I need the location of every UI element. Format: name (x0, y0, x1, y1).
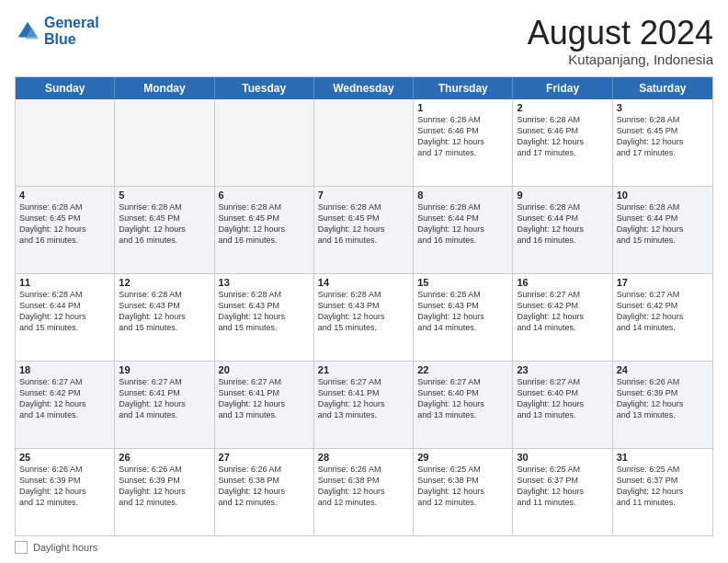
weekday-header: Saturday (613, 77, 712, 99)
calendar-cell: 30Sunrise: 6:25 AM Sunset: 6:37 PM Dayli… (513, 449, 612, 535)
calendar-cell (16, 99, 115, 186)
header: General Blue August 2024 Kutapanjang, In… (15, 15, 713, 67)
page: General Blue August 2024 Kutapanjang, In… (0, 0, 728, 563)
calendar-cell: 29Sunrise: 6:25 AM Sunset: 6:38 PM Dayli… (414, 449, 513, 535)
calendar-cell: 17Sunrise: 6:27 AM Sunset: 6:42 PM Dayli… (613, 274, 712, 361)
calendar: SundayMondayTuesdayWednesdayThursdayFrid… (15, 76, 713, 536)
day-number: 5 (119, 190, 210, 201)
day-info: Sunrise: 6:28 AM Sunset: 6:45 PM Dayligh… (119, 201, 210, 247)
calendar-cell: 21Sunrise: 6:27 AM Sunset: 6:41 PM Dayli… (314, 362, 414, 448)
day-info: Sunrise: 6:27 AM Sunset: 6:42 PM Dayligh… (517, 289, 608, 334)
logo-text: General Blue (44, 15, 99, 47)
day-info: Sunrise: 6:28 AM Sunset: 6:44 PM Dayligh… (19, 289, 110, 334)
calendar-week: 25Sunrise: 6:26 AM Sunset: 6:39 PM Dayli… (16, 449, 712, 535)
day-info: Sunrise: 6:25 AM Sunset: 6:38 PM Dayligh… (417, 464, 508, 509)
title-block: August 2024 Kutapanjang, Indonesia (528, 15, 713, 67)
calendar-cell: 26Sunrise: 6:26 AM Sunset: 6:39 PM Dayli… (115, 449, 214, 535)
calendar-week: 11Sunrise: 6:28 AM Sunset: 6:44 PM Dayli… (16, 274, 712, 362)
weekday-header: Monday (115, 77, 214, 99)
day-info: Sunrise: 6:28 AM Sunset: 6:43 PM Dayligh… (417, 289, 508, 334)
day-info: Sunrise: 6:27 AM Sunset: 6:41 PM Dayligh… (219, 376, 310, 421)
calendar-header: SundayMondayTuesdayWednesdayThursdayFrid… (16, 77, 712, 99)
calendar-cell: 9Sunrise: 6:28 AM Sunset: 6:44 PM Daylig… (513, 187, 612, 273)
calendar-cell: 6Sunrise: 6:28 AM Sunset: 6:45 PM Daylig… (215, 187, 314, 273)
day-info: Sunrise: 6:26 AM Sunset: 6:39 PM Dayligh… (119, 464, 210, 509)
day-info: Sunrise: 6:26 AM Sunset: 6:38 PM Dayligh… (219, 464, 310, 509)
day-number: 10 (617, 190, 709, 201)
day-info: Sunrise: 6:27 AM Sunset: 6:41 PM Dayligh… (318, 376, 409, 421)
calendar-cell: 4Sunrise: 6:28 AM Sunset: 6:45 PM Daylig… (16, 187, 115, 273)
calendar-cell: 20Sunrise: 6:27 AM Sunset: 6:41 PM Dayli… (215, 362, 314, 448)
day-info: Sunrise: 6:28 AM Sunset: 6:43 PM Dayligh… (219, 289, 310, 334)
day-number: 7 (318, 190, 409, 201)
weekday-header: Tuesday (215, 77, 314, 99)
calendar-cell (215, 99, 314, 186)
day-number: 19 (119, 364, 210, 375)
calendar-cell: 22Sunrise: 6:27 AM Sunset: 6:40 PM Dayli… (414, 362, 513, 448)
day-number: 21 (318, 364, 409, 375)
day-number: 28 (318, 452, 409, 463)
day-info: Sunrise: 6:28 AM Sunset: 6:46 PM Dayligh… (417, 114, 508, 159)
day-info: Sunrise: 6:28 AM Sunset: 6:45 PM Dayligh… (617, 114, 709, 159)
calendar-cell: 5Sunrise: 6:28 AM Sunset: 6:45 PM Daylig… (115, 187, 214, 273)
day-number: 8 (417, 190, 508, 201)
weekday-header: Friday (513, 77, 612, 99)
daylight-swatch (15, 541, 28, 554)
calendar-cell: 24Sunrise: 6:26 AM Sunset: 6:39 PM Dayli… (613, 362, 712, 448)
weekday-header: Sunday (16, 77, 115, 99)
calendar-cell (314, 99, 414, 186)
day-info: Sunrise: 6:25 AM Sunset: 6:37 PM Dayligh… (517, 464, 608, 509)
day-number: 12 (119, 277, 210, 288)
calendar-cell: 7Sunrise: 6:28 AM Sunset: 6:45 PM Daylig… (314, 187, 414, 273)
calendar-body: 1Sunrise: 6:28 AM Sunset: 6:46 PM Daylig… (16, 99, 712, 535)
day-number: 9 (517, 190, 608, 201)
calendar-cell: 27Sunrise: 6:26 AM Sunset: 6:38 PM Dayli… (215, 449, 314, 535)
day-info: Sunrise: 6:28 AM Sunset: 6:44 PM Dayligh… (617, 201, 709, 247)
day-number: 6 (219, 190, 310, 201)
day-number: 27 (219, 452, 310, 463)
day-number: 29 (417, 452, 508, 463)
subtitle: Kutapanjang, Indonesia (528, 52, 713, 67)
daylight-label: Daylight hours (33, 542, 97, 553)
day-number: 22 (417, 364, 508, 375)
day-info: Sunrise: 6:28 AM Sunset: 6:44 PM Dayligh… (417, 201, 508, 247)
day-number: 26 (119, 452, 210, 463)
day-info: Sunrise: 6:25 AM Sunset: 6:37 PM Dayligh… (617, 464, 709, 509)
day-info: Sunrise: 6:27 AM Sunset: 6:42 PM Dayligh… (617, 289, 709, 334)
day-number: 18 (19, 364, 110, 375)
day-number: 16 (517, 277, 608, 288)
day-info: Sunrise: 6:26 AM Sunset: 6:38 PM Dayligh… (318, 464, 409, 509)
calendar-cell: 11Sunrise: 6:28 AM Sunset: 6:44 PM Dayli… (16, 274, 115, 361)
footer: Daylight hours (15, 541, 713, 554)
day-number: 1 (417, 102, 508, 113)
calendar-cell: 14Sunrise: 6:28 AM Sunset: 6:43 PM Dayli… (314, 274, 414, 361)
day-info: Sunrise: 6:26 AM Sunset: 6:39 PM Dayligh… (19, 464, 110, 509)
calendar-week: 4Sunrise: 6:28 AM Sunset: 6:45 PM Daylig… (16, 187, 712, 274)
day-number: 30 (517, 452, 608, 463)
day-info: Sunrise: 6:28 AM Sunset: 6:44 PM Dayligh… (517, 201, 608, 247)
weekday-header: Thursday (414, 77, 513, 99)
calendar-cell: 12Sunrise: 6:28 AM Sunset: 6:43 PM Dayli… (115, 274, 214, 361)
logo: General Blue (15, 15, 99, 47)
day-number: 31 (617, 452, 709, 463)
weekday-header: Wednesday (314, 77, 414, 99)
calendar-cell: 3Sunrise: 6:28 AM Sunset: 6:45 PM Daylig… (613, 99, 712, 186)
day-info: Sunrise: 6:26 AM Sunset: 6:39 PM Dayligh… (617, 376, 709, 421)
day-info: Sunrise: 6:28 AM Sunset: 6:46 PM Dayligh… (517, 114, 608, 159)
day-number: 2 (517, 102, 608, 113)
day-number: 23 (517, 364, 608, 375)
logo-icon (15, 18, 40, 44)
calendar-cell: 23Sunrise: 6:27 AM Sunset: 6:40 PM Dayli… (513, 362, 612, 448)
day-number: 4 (19, 190, 110, 201)
calendar-cell: 15Sunrise: 6:28 AM Sunset: 6:43 PM Dayli… (414, 274, 513, 361)
day-info: Sunrise: 6:28 AM Sunset: 6:43 PM Dayligh… (318, 289, 409, 334)
calendar-week: 18Sunrise: 6:27 AM Sunset: 6:42 PM Dayli… (16, 362, 712, 449)
calendar-cell: 19Sunrise: 6:27 AM Sunset: 6:41 PM Dayli… (115, 362, 214, 448)
day-number: 20 (219, 364, 310, 375)
calendar-cell: 18Sunrise: 6:27 AM Sunset: 6:42 PM Dayli… (16, 362, 115, 448)
calendar-cell: 13Sunrise: 6:28 AM Sunset: 6:43 PM Dayli… (215, 274, 314, 361)
day-number: 13 (219, 277, 310, 288)
day-number: 3 (617, 102, 709, 113)
day-info: Sunrise: 6:27 AM Sunset: 6:42 PM Dayligh… (19, 376, 110, 421)
calendar-cell: 2Sunrise: 6:28 AM Sunset: 6:46 PM Daylig… (513, 99, 612, 186)
